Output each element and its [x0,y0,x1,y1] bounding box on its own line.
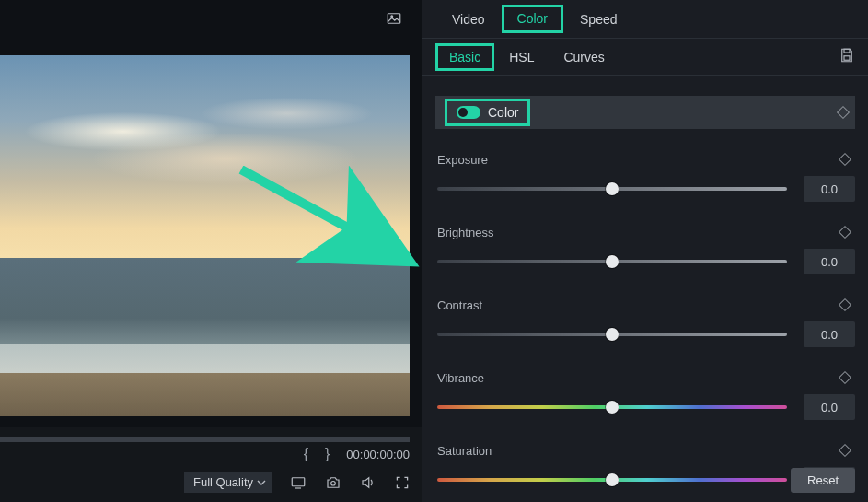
quality-dropdown[interactable]: Full Quality [184,472,272,493]
subtab-hsl[interactable]: HSL [494,44,549,70]
display-icon[interactable] [290,475,307,490]
brightness-label: Brightness [437,226,493,239]
timecode-row: { } 00:00:00:00 [0,444,422,466]
mark-in-icon[interactable]: { [304,446,308,462]
svg-rect-6 [844,49,850,53]
contrast-label: Contrast [437,298,482,312]
keyframe-icon[interactable] [840,371,850,385]
reset-button[interactable]: Reset [791,468,855,493]
saturation-slider[interactable] [437,478,787,482]
exposure-block: Exposure 0.0 [435,153,855,202]
brightness-value[interactable]: 0.0 [804,249,855,274]
volume-icon[interactable] [360,475,376,490]
vibrance-block: Vibrance 0.0 [435,371,855,420]
svg-point-5 [331,481,336,485]
reset-row: Reset [791,468,855,493]
tab-speed[interactable]: Speed [563,3,633,36]
preview-controls: Full Quality [0,466,422,502]
preview-top-bar [0,0,422,37]
fullscreen-icon[interactable] [395,475,410,490]
keyframe-icon[interactable] [840,153,850,167]
scrub-bar[interactable] [0,437,410,442]
inspector-pane: Video Color Speed Basic HSL Curves Color… [422,0,868,502]
keyframe-icon[interactable] [840,226,850,239]
brightness-block: Brightness 0.0 [435,226,855,274]
tab-video[interactable]: Video [435,3,502,36]
exposure-label: Exposure [437,153,488,167]
mark-out-icon[interactable]: } [325,446,330,462]
saturation-label: Saturation [437,444,492,458]
color-panel: Color Exposure 0.0 Brightness 0.0 [422,76,868,502]
exposure-value[interactable]: 0.0 [804,176,855,202]
preview-viewport[interactable] [0,37,422,427]
keyframe-icon[interactable] [840,298,850,312]
image-icon[interactable] [386,10,402,27]
timecode: 00:00:00:00 [346,448,410,461]
contrast-block: Contrast 0.0 [435,298,855,347]
preview-image [0,55,410,416]
svg-rect-3 [292,477,305,485]
main-tabs: Video Color Speed [422,0,868,39]
keyframe-icon[interactable] [840,444,850,458]
section-color-header: Color [435,96,855,129]
contrast-slider[interactable] [437,333,787,336]
subtab-curves[interactable]: Curves [549,44,619,70]
vibrance-slider[interactable] [437,405,787,409]
subtab-basic-highlight: Basic [435,43,494,71]
color-toggle[interactable] [457,106,480,119]
contrast-value[interactable]: 0.0 [804,321,855,347]
sub-tabs-row: Basic HSL Curves [422,39,868,76]
tab-color-highlight: Color [502,5,563,33]
snapshot-icon[interactable] [325,475,341,490]
vibrance-label: Vibrance [437,371,484,385]
keyframe-icon[interactable] [839,104,848,121]
brightness-slider[interactable] [437,260,787,263]
section-color-title: Color [488,105,518,120]
vibrance-value[interactable]: 0.0 [804,394,855,420]
exposure-slider[interactable] [437,187,787,191]
save-preset-icon[interactable] [839,47,855,67]
tab-color[interactable]: Color [517,11,548,26]
svg-point-1 [391,16,393,18]
svg-rect-0 [388,14,400,24]
svg-rect-7 [844,55,850,60]
preview-pane: { } 00:00:00:00 Full Quality [0,0,422,502]
subtab-basic[interactable]: Basic [440,48,490,66]
section-color-highlight: Color [445,99,530,126]
